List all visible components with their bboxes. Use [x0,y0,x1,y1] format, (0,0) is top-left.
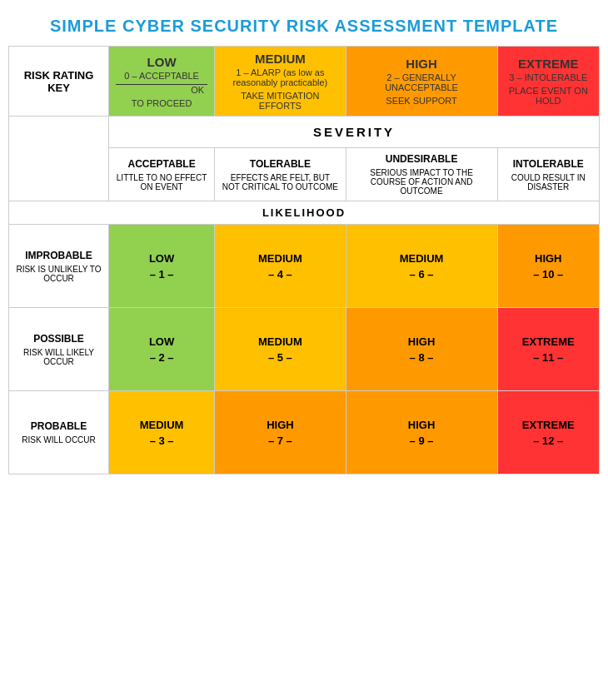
possible-cell-2: MEDIUM – 5 – [215,308,346,391]
severity-header-row: SEVERITY [9,117,600,148]
extreme-header: EXTREME [505,57,592,72]
likelihood-header: LIKELIHOOD [9,201,600,225]
severity-label-intolerable: INTOLERABLE COULD RESULT IN DISASTER [497,148,599,201]
risk-rating-key-row: RISK RATING KEY LOW 0 – ACCEPTABLE OK TO… [9,47,600,117]
low-action: TO PROCEED [116,98,207,108]
probable-label: PROBABLE RISK WILL OCCUR [9,391,109,474]
medium-action: TAKE MITIGATION EFFORTS [222,91,338,111]
improbable-cell-3: MEDIUM – 6 – [346,225,497,308]
possible-cell-4: EXTREME – 11 – [497,308,599,391]
rating-col-high: HIGH 2 – GENERALLY UNACCEPTABLE SEEK SUP… [346,47,497,117]
low-ok: OK [116,84,207,95]
medium-sub: 1 – ALARP (as low as reasonably practica… [222,67,338,87]
severity-header-text: SEVERITY [313,125,395,139]
probable-cell-2: HIGH – 7 – [215,391,346,474]
rating-col-low: LOW 0 – ACCEPTABLE OK TO PROCEED [109,47,215,117]
likelihood-row-improbable: IMPROBABLE RISK IS UNLIKELY TO OCCUR LOW… [9,225,600,308]
possible-cell-3: HIGH – 8 – [346,308,497,391]
low-sub: 0 – ACCEPTABLE [116,71,207,81]
probable-cell-3: HIGH – 9 – [346,391,497,474]
severity-label-tolerable: TOLERABLE EFFECTS ARE FELT, BUT NOT CRIT… [215,148,346,201]
high-header: HIGH [353,57,491,72]
risk-key-label: RISK RATING KEY [9,47,109,117]
main-table: RISK RATING KEY LOW 0 – ACCEPTABLE OK TO… [8,46,600,474]
severity-header: SEVERITY [109,117,600,148]
risk-key-text: RISK RATING KEY [24,69,94,94]
low-header: LOW [116,55,207,71]
medium-header: MEDIUM [222,52,338,67]
probable-cell-4: EXTREME – 12 – [497,391,599,474]
page-title: SIMPLE CYBER SECURITY RISK ASSESSMENT TE… [8,8,600,46]
hatch-cell [9,117,109,201]
probable-cell-1: MEDIUM – 3 – [109,391,215,474]
likelihood-text: LIKELIHOOD [262,206,346,219]
improbable-label: IMPROBABLE RISK IS UNLIKELY TO OCCUR [9,225,109,308]
extreme-sub: 3 – INTOLERABLE [505,72,592,82]
possible-label: POSSIBLE RISK WILL LIKELY OCCUR [9,308,109,391]
severity-label-acceptable: ACCEPTABLE LITTLE TO NO EFFECT ON EVENT [109,148,215,201]
improbable-cell-2: MEDIUM – 4 – [215,225,346,308]
high-sub: 2 – GENERALLY UNACCEPTABLE [353,72,491,92]
likelihood-header-row: LIKELIHOOD [9,201,600,225]
rating-col-medium: MEDIUM 1 – ALARP (as low as reasonably p… [215,47,346,117]
high-action: SEEK SUPPORT [353,96,491,106]
rating-col-extreme: EXTREME 3 – INTOLERABLE PLACE EVENT ON H… [497,47,599,117]
improbable-cell-4: HIGH – 10 – [497,225,599,308]
possible-cell-1: LOW – 2 – [109,308,215,391]
severity-label-undesirable: UNDESIRABLE SERIOUS IMPACT TO THE COURSE… [346,148,497,201]
improbable-cell-1: LOW – 1 – [109,225,215,308]
likelihood-row-possible: POSSIBLE RISK WILL LIKELY OCCUR LOW – 2 … [9,308,600,391]
likelihood-row-probable: PROBABLE RISK WILL OCCUR MEDIUM – 3 – HI… [9,391,600,474]
extreme-action: PLACE EVENT ON HOLD [505,86,592,106]
